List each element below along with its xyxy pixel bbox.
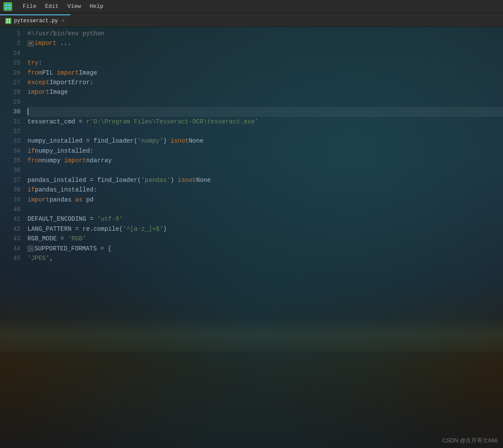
code-line-37: pandas_installed = find_loader('pandas')… <box>27 175 503 185</box>
line-number-40: 40 <box>0 205 21 214</box>
code-line-39: import pandas as pd <box>27 195 503 205</box>
code-line-27: except ImportError: <box>27 78 503 87</box>
line-number-27: 27 <box>0 78 21 87</box>
menu-file[interactable]: File <box>19 2 40 10</box>
line-number-38: 38 <box>0 185 21 195</box>
tab-label: pytesseract.py <box>14 18 58 24</box>
app-logo <box>3 2 12 11</box>
code-line-1: #!/usr/bin/env python <box>27 29 503 38</box>
code-line-25: try: <box>27 58 503 68</box>
code-line-31: tesseract_cmd = r'D:\Program Files\Tesse… <box>27 117 503 127</box>
code-line-26: from PIL import Image <box>27 68 503 78</box>
code-line-30 <box>27 107 503 116</box>
code-line-42: LANG_PATTERN = re.compile('^[a-z_]+$') <box>27 224 503 234</box>
code-line-35: from numpy import ndarray <box>27 156 503 165</box>
code-line-2: +import ... <box>27 38 503 48</box>
code-line-28: import Image <box>27 87 503 97</box>
line-number-36: 36 <box>0 165 21 175</box>
tab-pytesseract[interactable]: pytesseract.py × <box>0 14 71 27</box>
line-numbers: 1224252627282930313233343536373839404142… <box>0 27 24 448</box>
code-line-45: 'JPEG', <box>27 253 503 263</box>
code-line-44: -SUPPORTED_FORMATS = { <box>27 244 503 253</box>
editor-area: 1224252627282930313233343536373839404142… <box>0 27 503 448</box>
line-number-29: 29 <box>0 97 21 107</box>
line-number-28: 28 <box>0 87 21 97</box>
svg-rect-5 <box>9 19 10 21</box>
tabs-bar: pytesseract.py × <box>0 13 503 27</box>
line-number-26: 26 <box>0 68 21 78</box>
svg-rect-7 <box>9 21 10 23</box>
menu-view[interactable]: View <box>64 2 84 10</box>
line-number-42: 42 <box>0 224 21 234</box>
line-number-37: 37 <box>0 175 21 185</box>
menu-edit[interactable]: Edit <box>41 2 62 10</box>
code-line-32 <box>27 127 503 136</box>
watermark: CSDN @古月哥欠666 <box>442 437 498 445</box>
code-content[interactable]: #!/usr/bin/env python+import ...try: fro… <box>24 27 503 448</box>
line-number-25: 25 <box>0 58 21 68</box>
menu-help[interactable]: Help <box>86 2 107 10</box>
code-line-33: numpy_installed = find_loader('numpy') i… <box>27 136 503 146</box>
code-line-41: DEFAULT_ENCODING = 'utf-8' <box>27 214 503 224</box>
tab-close-button[interactable]: × <box>61 18 65 24</box>
menu-bar: File Edit View Help <box>19 2 107 10</box>
svg-rect-1 <box>8 4 10 6</box>
svg-rect-0 <box>5 4 7 6</box>
line-number-32: 32 <box>0 127 21 136</box>
svg-rect-2 <box>5 7 7 9</box>
titlebar: File Edit View Help <box>0 0 503 13</box>
line-number-44: 44 <box>0 244 21 253</box>
line-number-34: 34 <box>0 146 21 156</box>
line-number-30: 30 <box>0 107 21 116</box>
code-line-40 <box>27 205 503 214</box>
code-line-38: if pandas_installed: <box>27 185 503 195</box>
code-line-36 <box>27 165 503 175</box>
tab-file-icon <box>5 18 11 24</box>
line-number-41: 41 <box>0 214 21 224</box>
code-line-24 <box>27 48 503 58</box>
line-number-2: 2 <box>0 38 21 48</box>
code-line-29 <box>27 97 503 107</box>
code-line-34: if numpy_installed: <box>27 146 503 156</box>
line-number-1: 1 <box>0 29 21 38</box>
line-number-35: 35 <box>0 156 21 165</box>
line-number-45: 45 <box>0 253 21 263</box>
code-line-43: RGB_MODE = 'RGB' <box>27 234 503 243</box>
line-number-43: 43 <box>0 234 21 243</box>
svg-rect-6 <box>7 21 8 23</box>
svg-rect-4 <box>7 19 8 21</box>
line-number-31: 31 <box>0 117 21 127</box>
svg-rect-3 <box>8 7 10 9</box>
line-number-33: 33 <box>0 136 21 146</box>
line-number-39: 39 <box>0 195 21 205</box>
line-number-24: 24 <box>0 48 21 58</box>
